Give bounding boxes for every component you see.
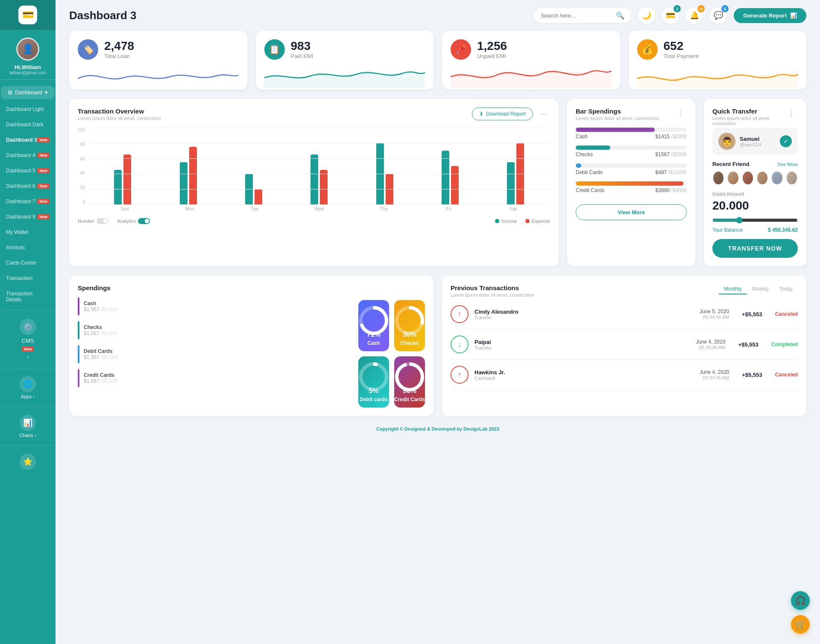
chat-btn[interactable]: 💬 5 (710, 7, 727, 24)
spendings-content: Cash $1,567 /$5,000 Checks $1,567 /$5,00… (78, 297, 425, 408)
sidebar-item-wallet[interactable]: My Wallet (0, 224, 56, 240)
sidebar-item-dashboard7[interactable]: Dashboard 7 New (0, 194, 56, 209)
cms-icon: ⚙️ (20, 319, 36, 335)
unpaid-emi-number: 1,256 (477, 39, 507, 53)
search-box[interactable]: 🔍 (534, 8, 631, 23)
transfer-btn-label: TRANSFER NOW (728, 245, 782, 252)
friend-avatar-2[interactable] (727, 171, 739, 185)
nav-label: Transaction Details (6, 291, 50, 303)
sidebar-cms-btn[interactable]: ⚙️ CMS New › (0, 315, 56, 364)
search-input[interactable] (541, 12, 612, 19)
donut-grid: 71% Cash 30% Checks (358, 300, 425, 408)
amount-slider[interactable] (712, 217, 798, 224)
fab-support-button[interactable]: 🎧 (791, 591, 810, 610)
sidebar-item-dashboard-light[interactable]: Dashboard Light (0, 102, 56, 117)
sidebar-item-cards[interactable]: Cards Center (0, 255, 56, 271)
friend-avatar-5[interactable] (771, 171, 783, 185)
friend-avatar-6[interactable] (786, 171, 798, 185)
x-label-thu: Thu (375, 206, 392, 211)
legend-number-label: Number (78, 219, 94, 224)
balance-value: $ 456,345.62 (768, 227, 798, 233)
nav-label: Dashboard 7 (6, 198, 35, 204)
quick-transfer-more-btn[interactable]: ⋮ (785, 108, 798, 119)
tab-weekly[interactable]: Weekly (747, 284, 774, 294)
bell-btn[interactable]: 🔔 12 (686, 7, 703, 24)
nav-label: Cards Center (6, 260, 36, 266)
friend-avatar-4[interactable] (756, 171, 768, 185)
total-loan-wave (78, 66, 239, 88)
sidebar-item-transaction[interactable]: Transaction (0, 271, 56, 286)
stat-card-total-loan: 🏷️ 2,478 Total Loan (69, 31, 247, 90)
legend-expense-label: Expense (532, 219, 550, 224)
legend-analytics-toggle[interactable] (138, 218, 150, 224)
sidebar-item-dashboard6[interactable]: Dashboard 6 New (0, 178, 56, 194)
footer-brand: DexignLab (463, 426, 487, 431)
see-more-link[interactable]: See More (777, 162, 798, 167)
sidebar-item-dashboard-dark[interactable]: Dashboard Dark (0, 117, 56, 132)
sidebar-item-dashboard8[interactable]: Dashboard 8 New (0, 209, 56, 224)
cards-btn[interactable]: 💳 2 (662, 7, 679, 24)
legend-number-toggle[interactable] (97, 218, 108, 224)
dashboard-btn-label: Dashboard (15, 89, 42, 96)
tab-monthly[interactable]: Monthly (719, 284, 747, 294)
donut-cash-pct: 71% (367, 331, 381, 338)
trans-name-paipal: Paipal (474, 339, 492, 345)
prev-transactions-title: Previous Transactions (451, 284, 534, 291)
sidebar-logo: 💳 (0, 0, 56, 30)
x-label-sun: Sun (116, 206, 133, 211)
trans-icon-cindy: ↑ (451, 305, 469, 323)
sidebar-apps-btn[interactable]: 🌐 Apps › (0, 373, 56, 402)
view-more-button[interactable]: View More (576, 204, 687, 220)
transfer-now-button[interactable]: TRANSFER NOW (712, 239, 798, 258)
new-badge: New (37, 153, 50, 158)
sidebar-favorites-btn[interactable]: ⭐ (0, 450, 56, 473)
insert-amount-label: Insert Amount (712, 191, 798, 197)
spending-bar-debit (78, 345, 79, 363)
nav-label: Dashboard Dark (6, 122, 43, 128)
qt-user-row: 👨 Samuel @sam224 ✓ (712, 128, 798, 155)
trans-date-hawkins: June 4, 2020 (700, 369, 729, 375)
dashboard-dropdown-btn[interactable]: ⊞ Dashboard ▾ (1, 86, 55, 99)
legend-expense: Expense (525, 219, 550, 224)
bar-credit-label: Credit Cards (576, 187, 604, 193)
bar-debit-value: $487 /$10000 (656, 169, 687, 175)
qt-avatar: 👨 (718, 133, 735, 150)
legend-income-label: Income (501, 219, 517, 224)
trans-type-paipal: Transfer (474, 345, 492, 350)
spending-amt-cash: $1,567 /$5,000 (84, 306, 118, 312)
legend-number: Number (78, 218, 108, 224)
chat-badge: 5 (721, 5, 729, 12)
balance-label: Your Balance (712, 227, 743, 233)
page-title: Dashboard 3 (69, 9, 137, 22)
bar-credit-value: $3890 /$4000 (656, 187, 687, 193)
sidebar-item-invoices[interactable]: Invoices (0, 240, 56, 255)
sidebar-item-transaction-details[interactable]: Transaction Details (0, 286, 56, 307)
moon-btn[interactable]: 🌙 (638, 7, 655, 24)
spendings-title: Spendings (78, 284, 425, 291)
friend-avatar-1[interactable] (712, 171, 724, 185)
footer: Copyright © Designed & Developed by Dexi… (69, 416, 806, 435)
sidebar-item-dashboard5[interactable]: Dashboard 5 New (0, 163, 56, 178)
chart-bars-area: Sun Mon Tue Wed Thu Fri Sat (88, 128, 550, 213)
generate-report-button[interactable]: Generate Report 📊 (734, 8, 806, 23)
download-report-button[interactable]: ⬇ Download Report (472, 108, 533, 120)
more-options-btn[interactable]: ⋯ (537, 108, 550, 119)
sidebar-item-dashboard3[interactable]: Dashboard 3 New (0, 132, 56, 148)
bar-debit-label: Debit Cards (576, 169, 603, 175)
download-btn-label: Download Report (486, 111, 526, 117)
content-area: 🏷️ 2,478 Total Loan 📋 983 Paid EMI (56, 31, 820, 435)
sidebar-cms-section: ⚙️ CMS New › (0, 310, 56, 368)
friend-avatar-3[interactable] (742, 171, 754, 185)
tab-today[interactable]: Today (774, 284, 798, 294)
sidebar-charts-btn[interactable]: 📊 Charts › (0, 411, 56, 441)
fab-cart-button[interactable]: 🛒 (791, 615, 810, 634)
bar-spendings-more-btn[interactable]: ⋮ (674, 108, 687, 119)
quick-transfer-title: Quick Transfer (712, 108, 785, 115)
x-label-fri: Fri (440, 206, 457, 211)
sidebar: 💳 👤 Hi,William william@gmail.com ⊞ Dashb… (0, 0, 56, 644)
new-badge: New (37, 199, 50, 204)
footer-year: 2023 (489, 426, 499, 431)
paid-emi-number: 983 (291, 39, 313, 53)
download-icon: ⬇ (479, 111, 483, 117)
sidebar-item-dashboard4[interactable]: Dashboard 4 New (0, 148, 56, 163)
